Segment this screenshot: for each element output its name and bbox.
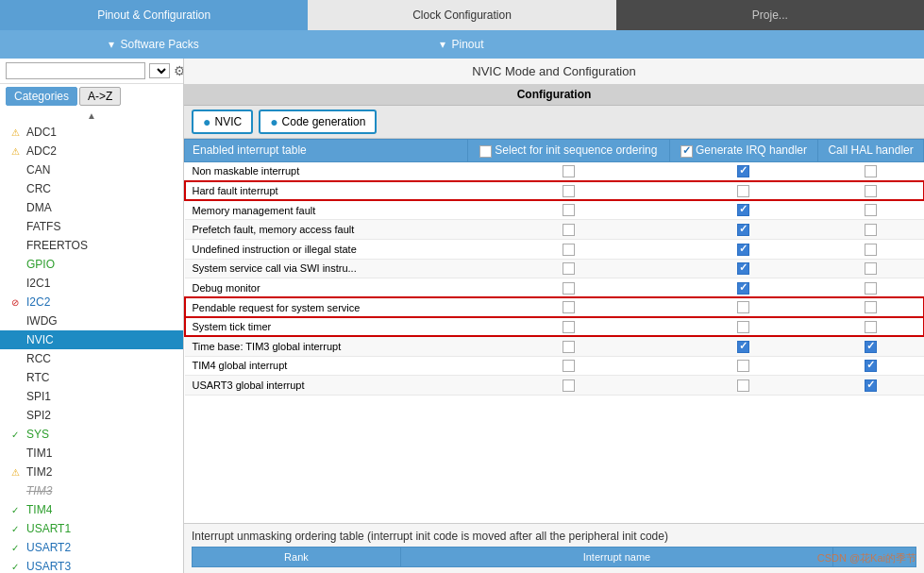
- generate-cell: [669, 239, 817, 259]
- call-checkbox[interactable]: [865, 301, 877, 313]
- config-section: Configuration ● NVIC ● Code generation: [184, 84, 924, 139]
- search-bar: ⚙: [0, 59, 183, 84]
- sidebar-item-tim2[interactable]: ⚠ TIM2: [0, 463, 183, 481]
- select-cell: [468, 220, 670, 240]
- sidebar-item-fatfs[interactable]: FATFS: [0, 217, 183, 236]
- generate-checkbox[interactable]: [737, 165, 749, 177]
- generate-all-checkbox[interactable]: [680, 145, 693, 158]
- sidebar-item-adc2[interactable]: ⚠ ADC2: [0, 142, 183, 160]
- select-checkbox[interactable]: [563, 262, 575, 275]
- call-cell: [818, 356, 924, 376]
- gear-icon[interactable]: ⚙: [174, 63, 184, 78]
- sidebar-item-rtc[interactable]: RTC: [0, 368, 183, 387]
- sidebar-item-i2c1[interactable]: I2C1: [0, 274, 183, 293]
- select-checkbox[interactable]: [563, 282, 575, 295]
- sidebar-item-tim3[interactable]: TIM3: [0, 481, 183, 500]
- table-row: Memory management fault: [185, 200, 924, 220]
- sort-arrow[interactable]: ▲: [0, 109, 183, 123]
- sidebar-item-i2c2[interactable]: ⊘ I2C2: [0, 293, 183, 312]
- sidebar-item-spi2[interactable]: SPI2: [0, 406, 183, 425]
- sidebar-item-sys[interactable]: ✓ SYS: [0, 425, 183, 444]
- call-cell: [818, 376, 924, 396]
- cancel-icon: ⊘: [11, 297, 23, 308]
- watermark: CSDN @花Kai的季节: [817, 551, 916, 565]
- col-header-call: Call HAL handler: [818, 140, 924, 162]
- generate-checkbox[interactable]: [737, 341, 749, 353]
- call-cell: [818, 161, 924, 181]
- tab-az[interactable]: A->Z: [79, 87, 121, 106]
- sidebar-item-freertos[interactable]: FREERTOS: [0, 236, 183, 255]
- call-checkbox[interactable]: [865, 262, 877, 275]
- sidebar-item-usart2[interactable]: ✓ USART2: [0, 538, 183, 557]
- sidebar-item-iwdg[interactable]: IWDG: [0, 312, 183, 330]
- generate-cell: [669, 376, 817, 396]
- select-checkbox[interactable]: [563, 204, 575, 216]
- select-checkbox[interactable]: [563, 301, 575, 313]
- interrupt-name-col-header: Interrupt name: [400, 548, 832, 567]
- select-checkbox[interactable]: [563, 360, 575, 372]
- software-packs-nav[interactable]: ▾ Software Packs: [80, 38, 227, 51]
- tab-pinout-configuration[interactable]: Pinout & Configuration: [0, 0, 308, 30]
- call-checkbox[interactable]: [865, 379, 877, 392]
- generate-checkbox[interactable]: [737, 379, 749, 392]
- select-checkbox[interactable]: [563, 341, 575, 353]
- generate-checkbox[interactable]: [737, 224, 749, 236]
- search-dropdown[interactable]: [149, 63, 170, 78]
- call-checkbox[interactable]: [865, 360, 877, 372]
- select-checkbox[interactable]: [563, 244, 575, 256]
- warn-icon: ⚠: [11, 127, 23, 138]
- select-checkbox[interactable]: [563, 185, 575, 197]
- sidebar-item-rcc[interactable]: RCC: [0, 349, 183, 368]
- pinout-nav[interactable]: ▾ Pinout: [412, 38, 512, 51]
- table-container: Enabled interrupt table Select for init …: [184, 139, 924, 523]
- select-checkbox[interactable]: [563, 321, 575, 333]
- tab-nvic[interactable]: ● NVIC: [192, 110, 253, 134]
- select-checkbox[interactable]: [563, 379, 575, 392]
- select-checkbox[interactable]: [563, 165, 575, 177]
- table-row: Pendable request for system service: [185, 297, 924, 317]
- generate-checkbox[interactable]: [737, 282, 749, 295]
- generate-checkbox[interactable]: [737, 321, 749, 333]
- search-input[interactable]: [6, 62, 145, 79]
- call-cell: [818, 297, 924, 317]
- interrupt-name-cell: TIM4 global interrupt: [185, 356, 468, 376]
- call-cell: [818, 239, 924, 259]
- generate-checkbox[interactable]: [737, 204, 749, 216]
- sidebar-item-can[interactable]: CAN: [0, 160, 183, 179]
- call-checkbox[interactable]: [865, 244, 877, 256]
- tab-clock-configuration[interactable]: Clock Configuration: [308, 0, 615, 30]
- sidebar-item-usart1[interactable]: ✓ USART1: [0, 519, 183, 538]
- generate-checkbox[interactable]: [737, 360, 749, 372]
- generate-checkbox[interactable]: [737, 244, 749, 256]
- call-checkbox[interactable]: [865, 224, 877, 236]
- generate-checkbox[interactable]: [737, 262, 749, 275]
- tab-categories[interactable]: Categories: [6, 87, 77, 106]
- call-checkbox[interactable]: [865, 204, 877, 216]
- call-checkbox[interactable]: [865, 282, 877, 295]
- sidebar-item-gpio[interactable]: GPIO: [0, 255, 183, 274]
- select-all-checkbox[interactable]: [479, 145, 492, 158]
- select-checkbox[interactable]: [563, 224, 575, 236]
- sidebar-item-tim1[interactable]: TIM1: [0, 444, 183, 463]
- sidebar-item-dma[interactable]: DMA: [0, 198, 183, 217]
- table-row: System tick timer: [185, 317, 924, 337]
- generate-checkbox[interactable]: [737, 301, 749, 313]
- generate-cell: [669, 356, 817, 376]
- generate-checkbox[interactable]: [737, 185, 749, 197]
- call-checkbox[interactable]: [865, 165, 877, 177]
- tab-project[interactable]: Proje...: [616, 0, 924, 30]
- sidebar-item-tim4[interactable]: ✓ TIM4: [0, 500, 183, 519]
- call-checkbox[interactable]: [865, 341, 877, 353]
- call-checkbox[interactable]: [865, 185, 877, 197]
- call-checkbox[interactable]: [865, 321, 877, 333]
- table-header-row: Enabled interrupt table Select for init …: [185, 140, 924, 162]
- sidebar-item-nvic[interactable]: NVIC: [0, 330, 183, 349]
- interrupt-name-cell: System service call via SWI instru...: [185, 259, 468, 278]
- sidebar-item-usart3[interactable]: ✓ USART3: [0, 557, 183, 573]
- sidebar-item-crc[interactable]: CRC: [0, 179, 183, 198]
- sidebar-item-adc1[interactable]: ⚠ ADC1: [0, 123, 183, 142]
- config-tabs: ● NVIC ● Code generation: [184, 106, 924, 138]
- tab-code-generation[interactable]: ● Code generation: [259, 110, 377, 134]
- sidebar-item-spi1[interactable]: SPI1: [0, 387, 183, 406]
- table-row: USART3 global interrupt: [185, 376, 924, 396]
